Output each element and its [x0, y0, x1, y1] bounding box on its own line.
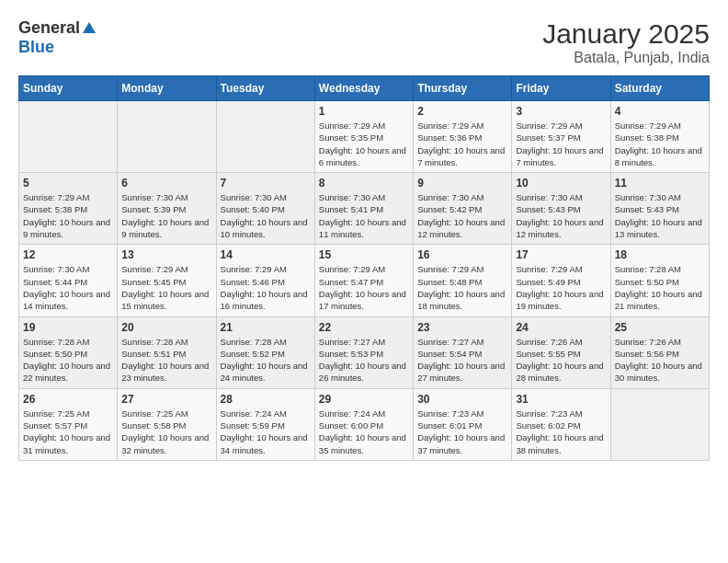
day-detail: Sunrise: 7:26 AMSunset: 5:55 PMDaylight:… — [516, 336, 606, 385]
calendar-day-cell: 15Sunrise: 7:29 AMSunset: 5:47 PMDayligh… — [314, 245, 413, 316]
calendar-day-cell: 30Sunrise: 7:23 AMSunset: 6:01 PMDayligh… — [414, 388, 512, 460]
day-number: 12 — [23, 248, 113, 261]
day-number: 26 — [23, 393, 113, 406]
calendar-day-cell: 12Sunrise: 7:30 AMSunset: 5:44 PMDayligh… — [19, 245, 118, 316]
day-detail: Sunrise: 7:30 AMSunset: 5:39 PMDaylight:… — [121, 191, 211, 240]
day-number: 24 — [516, 321, 606, 334]
day-number: 18 — [615, 248, 705, 261]
calendar-day-cell: 6Sunrise: 7:30 AMSunset: 5:39 PMDaylight… — [118, 173, 216, 245]
day-detail: Sunrise: 7:29 AMSunset: 5:45 PMDaylight:… — [121, 263, 211, 312]
calendar-day-cell: 3Sunrise: 7:29 AMSunset: 5:37 PMDaylight… — [512, 101, 610, 173]
calendar-day-cell: 18Sunrise: 7:28 AMSunset: 5:50 PMDayligh… — [610, 245, 709, 316]
day-number: 6 — [121, 177, 211, 190]
day-number: 2 — [417, 105, 507, 118]
day-detail: Sunrise: 7:23 AMSunset: 6:01 PMDaylight:… — [417, 408, 507, 456]
day-detail: Sunrise: 7:29 AMSunset: 5:35 PMDaylight:… — [319, 120, 409, 168]
logo-triangle-icon — [83, 22, 96, 33]
calendar-day-cell: 8Sunrise: 7:30 AMSunset: 5:41 PMDaylight… — [314, 173, 413, 245]
calendar-day-cell — [19, 101, 118, 173]
day-number: 25 — [615, 321, 705, 334]
calendar-header-row: SundayMondayTuesdayWednesdayThursdayFrid… — [19, 76, 710, 101]
calendar-day-cell: 26Sunrise: 7:25 AMSunset: 5:57 PMDayligh… — [19, 388, 118, 460]
day-number: 10 — [516, 177, 606, 190]
weekday-header: Thursday — [414, 76, 512, 101]
calendar-day-cell: 19Sunrise: 7:28 AMSunset: 5:50 PMDayligh… — [19, 316, 118, 388]
calendar-day-cell: 1Sunrise: 7:29 AMSunset: 5:35 PMDaylight… — [314, 101, 413, 173]
day-number: 8 — [319, 177, 409, 190]
day-number: 17 — [516, 248, 606, 261]
day-detail: Sunrise: 7:28 AMSunset: 5:50 PMDaylight:… — [615, 263, 705, 312]
calendar-week-row: 12Sunrise: 7:30 AMSunset: 5:44 PMDayligh… — [19, 245, 710, 316]
calendar-day-cell: 31Sunrise: 7:23 AMSunset: 6:02 PMDayligh… — [512, 388, 610, 460]
calendar-day-cell: 16Sunrise: 7:29 AMSunset: 5:48 PMDayligh… — [414, 245, 512, 316]
calendar-day-cell: 17Sunrise: 7:29 AMSunset: 5:49 PMDayligh… — [512, 245, 610, 316]
day-detail: Sunrise: 7:29 AMSunset: 5:36 PMDaylight:… — [417, 120, 507, 168]
day-number: 22 — [319, 321, 409, 334]
day-number: 23 — [417, 321, 507, 334]
day-detail: Sunrise: 7:30 AMSunset: 5:42 PMDaylight:… — [417, 191, 507, 240]
day-number: 13 — [121, 248, 211, 261]
day-detail: Sunrise: 7:29 AMSunset: 5:38 PMDaylight:… — [23, 191, 113, 240]
calendar-day-cell: 7Sunrise: 7:30 AMSunset: 5:40 PMDaylight… — [216, 173, 314, 245]
logo-blue-text: Blue — [18, 38, 54, 56]
calendar-day-cell — [610, 388, 709, 460]
day-number: 31 — [516, 393, 606, 406]
calendar-day-cell: 21Sunrise: 7:28 AMSunset: 5:52 PMDayligh… — [216, 316, 314, 388]
calendar-day-cell: 29Sunrise: 7:24 AMSunset: 6:00 PMDayligh… — [314, 388, 413, 460]
calendar-day-cell: 14Sunrise: 7:29 AMSunset: 5:46 PMDayligh… — [216, 245, 314, 316]
day-detail: Sunrise: 7:30 AMSunset: 5:43 PMDaylight:… — [615, 191, 705, 240]
day-detail: Sunrise: 7:23 AMSunset: 6:02 PMDaylight:… — [516, 408, 606, 456]
day-number: 4 — [615, 105, 705, 118]
day-number: 20 — [121, 321, 211, 334]
day-number: 29 — [319, 393, 409, 406]
calendar-day-cell — [216, 101, 314, 173]
calendar-subtitle: Batala, Punjab, India — [542, 50, 710, 66]
day-detail: Sunrise: 7:26 AMSunset: 5:56 PMDaylight:… — [615, 336, 705, 385]
title-block: January 2025 Batala, Punjab, India — [542, 18, 710, 66]
day-detail: Sunrise: 7:24 AMSunset: 5:59 PMDaylight:… — [221, 408, 311, 456]
day-number: 9 — [417, 177, 507, 190]
day-number: 11 — [615, 177, 705, 190]
day-detail: Sunrise: 7:29 AMSunset: 5:38 PMDaylight:… — [615, 120, 705, 168]
day-number: 5 — [23, 177, 113, 190]
day-number: 7 — [221, 177, 311, 190]
day-detail: Sunrise: 7:29 AMSunset: 5:46 PMDaylight:… — [221, 263, 311, 312]
calendar-week-row: 1Sunrise: 7:29 AMSunset: 5:35 PMDaylight… — [19, 101, 710, 173]
logo: General Blue — [18, 18, 96, 57]
day-detail: Sunrise: 7:28 AMSunset: 5:51 PMDaylight:… — [121, 336, 211, 385]
calendar-day-cell: 23Sunrise: 7:27 AMSunset: 5:54 PMDayligh… — [414, 316, 512, 388]
calendar-day-cell: 27Sunrise: 7:25 AMSunset: 5:58 PMDayligh… — [118, 388, 216, 460]
day-number: 1 — [319, 105, 409, 118]
calendar-week-row: 19Sunrise: 7:28 AMSunset: 5:50 PMDayligh… — [19, 316, 710, 388]
day-detail: Sunrise: 7:24 AMSunset: 6:00 PMDaylight:… — [319, 408, 409, 456]
weekday-header: Tuesday — [216, 76, 314, 101]
calendar-day-cell: 25Sunrise: 7:26 AMSunset: 5:56 PMDayligh… — [610, 316, 709, 388]
day-detail: Sunrise: 7:29 AMSunset: 5:49 PMDaylight:… — [516, 263, 606, 312]
day-number: 30 — [417, 393, 507, 406]
calendar-week-row: 26Sunrise: 7:25 AMSunset: 5:57 PMDayligh… — [19, 388, 710, 460]
day-detail: Sunrise: 7:29 AMSunset: 5:37 PMDaylight:… — [516, 120, 606, 168]
calendar-day-cell: 10Sunrise: 7:30 AMSunset: 5:43 PMDayligh… — [512, 173, 610, 245]
day-detail: Sunrise: 7:27 AMSunset: 5:54 PMDaylight:… — [417, 336, 507, 385]
calendar-day-cell — [118, 101, 216, 173]
day-detail: Sunrise: 7:30 AMSunset: 5:44 PMDaylight:… — [23, 263, 113, 312]
day-detail: Sunrise: 7:27 AMSunset: 5:53 PMDaylight:… — [319, 336, 409, 385]
day-detail: Sunrise: 7:30 AMSunset: 5:41 PMDaylight:… — [319, 191, 409, 240]
weekday-header: Saturday — [610, 76, 709, 101]
day-detail: Sunrise: 7:25 AMSunset: 5:58 PMDaylight:… — [121, 408, 211, 456]
calendar-day-cell: 20Sunrise: 7:28 AMSunset: 5:51 PMDayligh… — [118, 316, 216, 388]
day-detail: Sunrise: 7:28 AMSunset: 5:52 PMDaylight:… — [221, 336, 311, 385]
calendar-title: January 2025 — [542, 18, 710, 50]
day-number: 27 — [121, 393, 211, 406]
day-number: 21 — [221, 321, 311, 334]
calendar-day-cell: 24Sunrise: 7:26 AMSunset: 5:55 PMDayligh… — [512, 316, 610, 388]
weekday-header: Monday — [118, 76, 216, 101]
logo-general-text: General — [18, 18, 80, 38]
day-number: 16 — [417, 248, 507, 261]
day-number: 28 — [221, 393, 311, 406]
day-detail: Sunrise: 7:29 AMSunset: 5:48 PMDaylight:… — [417, 263, 507, 312]
weekday-header: Sunday — [19, 76, 118, 101]
day-detail: Sunrise: 7:30 AMSunset: 5:43 PMDaylight:… — [516, 191, 606, 240]
calendar-day-cell: 4Sunrise: 7:29 AMSunset: 5:38 PMDaylight… — [610, 101, 709, 173]
day-detail: Sunrise: 7:30 AMSunset: 5:40 PMDaylight:… — [221, 191, 311, 240]
